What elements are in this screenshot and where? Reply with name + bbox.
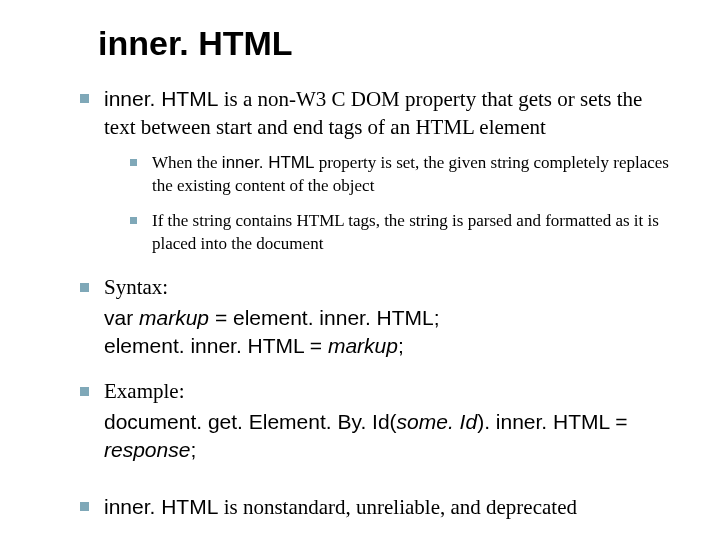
example-b: . inner. HTML = [484,410,627,433]
bullet-3-example: Example: document. get. Element. By. Id(… [80,378,672,465]
bullet-1-code: inner. HTML [104,87,218,110]
bullet-1a-pre: When the [152,153,222,172]
syntax-line-1: var markup = element. inner. HTML; [104,304,672,332]
bullet-1: inner. HTML is a non-W3 C DOM property t… [80,85,672,256]
example-response: response [104,438,190,461]
syntax-l2-a: element. inner. HTML = [104,334,328,357]
bullet-2-syntax: Syntax: var markup = element. inner. HTM… [80,274,672,361]
syntax-l2-b: ; [398,334,404,357]
bullet-list-level2: When the inner. HTML property is set, th… [130,152,672,256]
bullet-1b-text: If the string contains HTML tags, the st… [152,211,659,253]
bullet-2-label: Syntax: [104,275,168,299]
bullet-1a: When the inner. HTML property is set, th… [130,152,672,198]
bullet-4-text: is nonstandard, unreliable, and deprecat… [218,495,577,519]
example-block: document. get. Element. By. Id(some. Id)… [104,408,672,465]
example-arg: some. Id [397,410,478,433]
syntax-line-2: element. inner. HTML = markup; [104,332,672,360]
slide: inner. HTML inner. HTML is a non-W3 C DO… [0,0,720,540]
bullet-1a-code: inner. HTML [222,153,315,172]
syntax-l1-b: = element. inner. HTML; [209,306,440,329]
example-paren-open: ( [390,410,397,433]
slide-title: inner. HTML [98,24,672,63]
bullet-list-level1: inner. HTML is a non-W3 C DOM property t… [80,85,672,522]
syntax-l1-em: markup [139,306,209,329]
bullet-4: inner. HTML is nonstandard, unreliable, … [80,493,672,522]
syntax-l2-em: markup [328,334,398,357]
syntax-block: var markup = element. inner. HTML; eleme… [104,304,672,361]
bullet-1b: If the string contains HTML tags, the st… [130,210,672,256]
bullet-4-code: inner. HTML [104,495,218,518]
bullet-3-label: Example: [104,379,184,403]
example-a: document. get. Element. By. Id [104,410,390,433]
example-semi: ; [190,438,196,461]
syntax-l1-a: var [104,306,139,329]
